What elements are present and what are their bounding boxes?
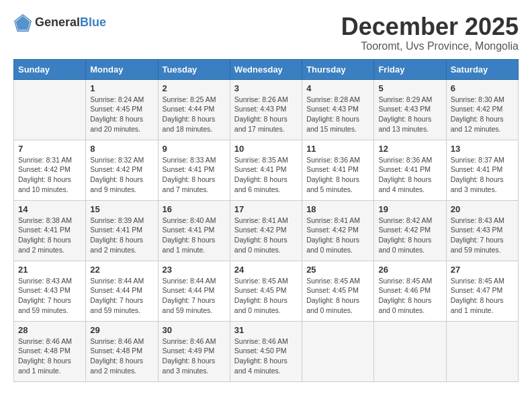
day-number: 19 — [378, 204, 441, 214]
day-info: Sunrise: 8:44 AMSunset: 4:44 PMDaylight:… — [90, 276, 153, 316]
day-info: Sunrise: 8:42 AMSunset: 4:42 PMDaylight:… — [378, 216, 441, 255]
calendar-week-0: 1Sunrise: 8:24 AMSunset: 4:45 PMDaylight… — [14, 79, 519, 140]
day-info: Sunrise: 8:41 AMSunset: 4:42 PMDaylight:… — [306, 216, 369, 255]
calendar-cell-w1-d2: 9Sunrise: 8:33 AMSunset: 4:41 PMDaylight… — [158, 140, 230, 200]
calendar-cell-w3-d0: 21Sunrise: 8:43 AMSunset: 4:43 PMDayligh… — [14, 261, 86, 321]
calendar-cell-w0-d0 — [14, 79, 86, 140]
calendar-cell-w4-d0: 28Sunrise: 8:46 AMSunset: 4:48 PMDayligh… — [14, 321, 86, 381]
day-number: 10 — [234, 144, 298, 154]
day-info: Sunrise: 8:38 AMSunset: 4:41 PMDaylight:… — [18, 216, 81, 255]
day-number: 12 — [378, 144, 441, 154]
day-number: 25 — [306, 265, 369, 275]
calendar-cell-w0-d6: 6Sunrise: 8:30 AMSunset: 4:42 PMDaylight… — [446, 79, 518, 140]
month-title: December 2025 — [341, 13, 519, 40]
calendar-cell-w4-d6 — [446, 321, 518, 381]
calendar-cell-w1-d0: 7Sunrise: 8:31 AMSunset: 4:42 PMDaylight… — [14, 140, 86, 200]
day-number: 29 — [90, 325, 153, 335]
calendar-cell-w2-d2: 16Sunrise: 8:40 AMSunset: 4:41 PMDayligh… — [158, 200, 230, 261]
calendar-cell-w4-d3: 31Sunrise: 8:46 AMSunset: 4:50 PMDayligh… — [230, 321, 302, 381]
day-info: Sunrise: 8:33 AMSunset: 4:41 PMDaylight:… — [163, 155, 226, 195]
day-number: 13 — [451, 144, 514, 154]
day-number: 17 — [234, 204, 298, 214]
day-info: Sunrise: 8:46 AMSunset: 4:50 PMDaylight:… — [234, 336, 298, 376]
header-thursday: Thursday — [302, 59, 374, 79]
logo: General Blue — [13, 13, 106, 32]
day-number: 26 — [378, 265, 441, 275]
calendar-cell-w0-d1: 1Sunrise: 8:24 AMSunset: 4:45 PMDaylight… — [86, 79, 158, 140]
day-info: Sunrise: 8:45 AMSunset: 4:45 PMDaylight:… — [306, 276, 369, 316]
svg-marker-0 — [16, 16, 30, 30]
day-number: 11 — [306, 144, 369, 154]
day-info: Sunrise: 8:32 AMSunset: 4:42 PMDaylight:… — [90, 155, 153, 195]
calendar-cell-w2-d4: 18Sunrise: 8:41 AMSunset: 4:42 PMDayligh… — [302, 200, 374, 261]
header-wednesday: Wednesday — [230, 59, 302, 79]
day-info: Sunrise: 8:45 AMSunset: 4:45 PMDaylight:… — [234, 276, 298, 316]
calendar-cell-w1-d3: 10Sunrise: 8:35 AMSunset: 4:41 PMDayligh… — [230, 140, 302, 200]
day-info: Sunrise: 8:31 AMSunset: 4:42 PMDaylight:… — [18, 155, 81, 195]
calendar-cell-w4-d5 — [374, 321, 446, 381]
calendar-cell-w3-d2: 23Sunrise: 8:44 AMSunset: 4:44 PMDayligh… — [158, 261, 230, 321]
day-number: 20 — [451, 204, 514, 214]
day-info: Sunrise: 8:46 AMSunset: 4:48 PMDaylight:… — [18, 336, 81, 376]
day-number: 27 — [451, 265, 514, 275]
calendar-table: SundayMondayTuesdayWednesdayThursdayFrid… — [13, 59, 519, 382]
logo-general: General — [35, 16, 80, 30]
logo-icon — [13, 13, 32, 32]
calendar-week-1: 7Sunrise: 8:31 AMSunset: 4:42 PMDaylight… — [14, 140, 519, 200]
day-info: Sunrise: 8:45 AMSunset: 4:46 PMDaylight:… — [378, 276, 441, 316]
day-number: 28 — [18, 325, 81, 335]
calendar-cell-w3-d5: 26Sunrise: 8:45 AMSunset: 4:46 PMDayligh… — [374, 261, 446, 321]
day-number: 22 — [90, 265, 153, 275]
calendar-cell-w1-d1: 8Sunrise: 8:32 AMSunset: 4:42 PMDaylight… — [86, 140, 158, 200]
day-number: 4 — [306, 83, 369, 93]
day-info: Sunrise: 8:35 AMSunset: 4:41 PMDaylight:… — [234, 155, 298, 195]
day-info: Sunrise: 8:43 AMSunset: 4:43 PMDaylight:… — [18, 276, 81, 316]
day-info: Sunrise: 8:43 AMSunset: 4:43 PMDaylight:… — [451, 216, 514, 255]
header-sunday: Sunday — [14, 59, 86, 79]
calendar-week-4: 28Sunrise: 8:46 AMSunset: 4:48 PMDayligh… — [14, 321, 519, 381]
header-friday: Friday — [374, 59, 446, 79]
day-info: Sunrise: 8:45 AMSunset: 4:47 PMDaylight:… — [451, 276, 514, 316]
header-tuesday: Tuesday — [158, 59, 230, 79]
calendar-cell-w0-d2: 2Sunrise: 8:25 AMSunset: 4:44 PMDaylight… — [158, 79, 230, 140]
calendar-cell-w1-d4: 11Sunrise: 8:36 AMSunset: 4:41 PMDayligh… — [302, 140, 374, 200]
calendar-cell-w3-d3: 24Sunrise: 8:45 AMSunset: 4:45 PMDayligh… — [230, 261, 302, 321]
calendar-week-2: 14Sunrise: 8:38 AMSunset: 4:41 PMDayligh… — [14, 200, 519, 261]
day-number: 15 — [90, 204, 153, 214]
day-info: Sunrise: 8:44 AMSunset: 4:44 PMDaylight:… — [163, 276, 226, 316]
calendar-cell-w3-d4: 25Sunrise: 8:45 AMSunset: 4:45 PMDayligh… — [302, 261, 374, 321]
day-info: Sunrise: 8:36 AMSunset: 4:41 PMDaylight:… — [306, 155, 369, 195]
day-info: Sunrise: 8:46 AMSunset: 4:48 PMDaylight:… — [90, 336, 153, 376]
calendar-week-3: 21Sunrise: 8:43 AMSunset: 4:43 PMDayligh… — [14, 261, 519, 321]
day-number: 24 — [234, 265, 298, 275]
header: General Blue December 2025 Tooromt, Uvs … — [13, 13, 519, 52]
day-number: 3 — [234, 83, 298, 93]
day-info: Sunrise: 8:30 AMSunset: 4:42 PMDaylight:… — [451, 95, 514, 134]
title-block: December 2025 Tooromt, Uvs Province, Mon… — [341, 13, 519, 52]
calendar-cell-w1-d6: 13Sunrise: 8:37 AMSunset: 4:41 PMDayligh… — [446, 140, 518, 200]
day-number: 6 — [451, 83, 514, 93]
location-title: Tooromt, Uvs Province, Mongolia — [341, 40, 519, 52]
calendar-cell-w4-d4 — [302, 321, 374, 381]
day-number: 23 — [163, 265, 226, 275]
calendar-cell-w4-d2: 30Sunrise: 8:46 AMSunset: 4:49 PMDayligh… — [158, 321, 230, 381]
day-info: Sunrise: 8:26 AMSunset: 4:43 PMDaylight:… — [234, 95, 298, 134]
day-info: Sunrise: 8:41 AMSunset: 4:42 PMDaylight:… — [234, 216, 298, 255]
header-monday: Monday — [86, 59, 158, 79]
logo-text-block: General Blue — [35, 16, 106, 30]
day-info: Sunrise: 8:29 AMSunset: 4:43 PMDaylight:… — [378, 95, 441, 134]
day-info: Sunrise: 8:28 AMSunset: 4:43 PMDaylight:… — [306, 95, 369, 134]
day-info: Sunrise: 8:36 AMSunset: 4:41 PMDaylight:… — [378, 155, 441, 195]
day-number: 31 — [234, 325, 298, 335]
day-number: 21 — [18, 265, 81, 275]
calendar-cell-w4-d1: 29Sunrise: 8:46 AMSunset: 4:48 PMDayligh… — [86, 321, 158, 381]
day-info: Sunrise: 8:24 AMSunset: 4:45 PMDaylight:… — [90, 95, 153, 134]
day-number: 7 — [18, 144, 81, 154]
day-number: 14 — [18, 204, 81, 214]
day-info: Sunrise: 8:37 AMSunset: 4:41 PMDaylight:… — [451, 155, 514, 195]
calendar-cell-w1-d5: 12Sunrise: 8:36 AMSunset: 4:41 PMDayligh… — [374, 140, 446, 200]
calendar-cell-w2-d1: 15Sunrise: 8:39 AMSunset: 4:41 PMDayligh… — [86, 200, 158, 261]
calendar-cell-w0-d4: 4Sunrise: 8:28 AMSunset: 4:43 PMDaylight… — [302, 79, 374, 140]
calendar-header-row: SundayMondayTuesdayWednesdayThursdayFrid… — [14, 59, 519, 79]
day-number: 9 — [163, 144, 226, 154]
